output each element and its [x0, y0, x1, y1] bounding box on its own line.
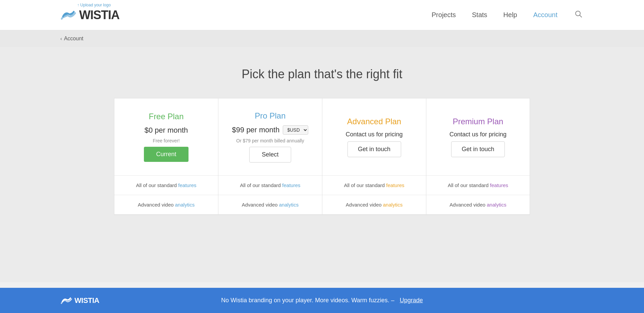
footer-banner: WISTIA No Wistia branding on your player… — [0, 288, 644, 313]
breadcrumb-label: Account — [64, 36, 84, 42]
search-button[interactable] — [574, 9, 584, 21]
footer-wistia-icon — [60, 295, 72, 307]
nav-stats[interactable]: Stats — [472, 11, 487, 19]
features-link-premium[interactable]: features — [490, 182, 508, 188]
footer-logo-text: WISTIA — [74, 296, 99, 305]
features-link-pro[interactable]: features — [282, 182, 300, 188]
plan-price-pro: $99 per month — [232, 126, 280, 134]
plans-grid: Free Plan $0 per month Free forever! Cur… — [114, 98, 530, 215]
nav-help[interactable]: Help — [503, 11, 517, 19]
plan-price-sub-free: Free forever! — [153, 138, 179, 143]
plan-header-premium: Premium Plan Contact us for pricing Get … — [426, 98, 530, 176]
plan-card-free: Free Plan $0 per month Free forever! Cur… — [114, 98, 218, 215]
plan-header-pro: Pro Plan $99 per month $USD $CAD €EUR £G… — [218, 98, 322, 176]
plan-feature-advanced-1: Advanced video analytics — [322, 195, 426, 215]
currency-select[interactable]: $USD $CAD €EUR £GBP — [283, 125, 308, 135]
analytics-link-pro[interactable]: analytics — [279, 202, 299, 208]
get-in-touch-button-premium[interactable]: Get in touch — [451, 141, 505, 157]
plan-card-pro: Pro Plan $99 per month $USD $CAD €EUR £G… — [218, 98, 322, 215]
plan-header-free: Free Plan $0 per month Free forever! Cur… — [114, 98, 218, 176]
plan-name-advanced: Advanced Plan — [347, 117, 401, 126]
select-button[interactable]: Select — [249, 147, 291, 163]
main-nav: Projects Stats Help Account — [432, 9, 584, 21]
plan-contact-premium: Contact us for pricing — [449, 131, 506, 138]
analytics-link-free[interactable]: analytics — [175, 202, 195, 208]
plan-feature-pro-0: All of our standard features — [218, 176, 322, 195]
breadcrumb-account[interactable]: ‹ Account — [60, 36, 83, 42]
plan-contact-advanced: Contact us for pricing — [345, 131, 402, 138]
plan-feature-free-1: Advanced video analytics — [114, 195, 218, 215]
plan-feature-pro-1: Advanced video analytics — [218, 195, 322, 215]
plan-name-free: Free Plan — [149, 112, 183, 121]
current-button[interactable]: Current — [144, 147, 188, 162]
features-link-free[interactable]: features — [178, 182, 196, 188]
footer-message: No Wistia branding on your player. More … — [221, 297, 394, 304]
plan-name-premium: Premium Plan — [453, 117, 503, 126]
plan-feature-premium-1: Advanced video analytics — [426, 195, 530, 215]
header: ↑ Upload your logo WISTIA Projects Stats… — [0, 0, 644, 30]
chevron-left-icon: ‹ — [60, 36, 62, 41]
plan-header-advanced: Advanced Plan Contact us for pricing Get… — [322, 98, 426, 176]
svg-line-1 — [580, 15, 582, 17]
breadcrumb-bar: ‹ Account — [0, 30, 644, 47]
plan-price-sub-pro: Or $79 per month billed annually — [236, 138, 304, 143]
features-link-advanced[interactable]: features — [386, 182, 404, 188]
wistia-logo-icon — [60, 7, 76, 23]
plan-price-free: $0 per month — [145, 126, 188, 135]
analytics-link-advanced[interactable]: analytics — [383, 202, 402, 208]
main-content: Pick the plan that's the right fit Free … — [0, 47, 644, 282]
upload-logo-link[interactable]: ↑ Upload your logo — [77, 3, 111, 7]
plan-price-row-pro: $99 per month $USD $CAD €EUR £GBP — [232, 125, 309, 135]
plan-feature-premium-0: All of our standard features — [426, 176, 530, 195]
logo: WISTIA — [60, 7, 119, 23]
nav-projects[interactable]: Projects — [432, 11, 456, 19]
logo-text: WISTIA — [79, 8, 119, 22]
nav-account[interactable]: Account — [533, 11, 557, 19]
get-in-touch-button-advanced[interactable]: Get in touch — [347, 141, 401, 157]
analytics-link-premium[interactable]: analytics — [487, 202, 506, 208]
plan-feature-advanced-0: All of our standard features — [322, 176, 426, 195]
plan-card-advanced: Advanced Plan Contact us for pricing Get… — [322, 98, 426, 215]
footer-logo: WISTIA — [60, 295, 99, 307]
search-icon — [575, 10, 582, 18]
page-title: Pick the plan that's the right fit — [60, 67, 584, 81]
plan-card-premium: Premium Plan Contact us for pricing Get … — [426, 98, 530, 215]
plan-name-pro: Pro Plan — [255, 111, 285, 121]
plan-feature-free-0: All of our standard features — [114, 176, 218, 195]
upgrade-link[interactable]: Upgrade — [400, 297, 423, 304]
